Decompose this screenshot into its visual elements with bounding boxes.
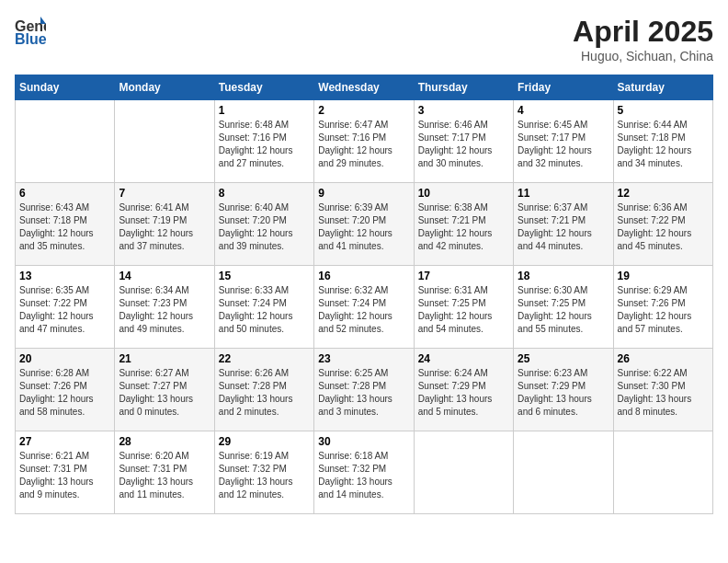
day-number: 9 — [318, 187, 409, 200]
calendar-cell: 18Sunrise: 6:30 AM Sunset: 7:25 PM Dayli… — [514, 266, 613, 349]
calendar-cell: 19Sunrise: 6:29 AM Sunset: 7:26 PM Dayli… — [613, 266, 712, 349]
day-detail: Sunrise: 6:41 AM Sunset: 7:19 PM Dayligh… — [119, 201, 210, 253]
day-detail: Sunrise: 6:46 AM Sunset: 7:17 PM Dayligh… — [418, 119, 509, 170]
day-detail: Sunrise: 6:43 AM Sunset: 7:18 PM Dayligh… — [19, 201, 110, 253]
calendar-cell: 12Sunrise: 6:36 AM Sunset: 7:22 PM Dayli… — [613, 183, 712, 266]
day-detail: Sunrise: 6:21 AM Sunset: 7:31 PM Dayligh… — [19, 450, 110, 501]
calendar-cell: 11Sunrise: 6:37 AM Sunset: 7:21 PM Dayli… — [514, 183, 613, 266]
day-number: 4 — [518, 104, 609, 117]
weekday-header-cell: Wednesday — [314, 75, 414, 100]
day-number: 13 — [19, 270, 110, 282]
calendar-cell: 13Sunrise: 6:35 AM Sunset: 7:22 PM Dayli… — [16, 266, 115, 349]
calendar-cell: 7Sunrise: 6:41 AM Sunset: 7:19 PM Daylig… — [115, 183, 214, 266]
weekday-header-row: SundayMondayTuesdayWednesdayThursdayFrid… — [16, 75, 713, 100]
calendar-location: Huguo, Sichuan, China — [573, 49, 713, 63]
day-number: 10 — [418, 187, 509, 200]
day-number: 23 — [318, 352, 409, 365]
day-number: 6 — [19, 187, 110, 200]
day-detail: Sunrise: 6:47 AM Sunset: 7:16 PM Dayligh… — [318, 119, 409, 170]
weekday-header-cell: Saturday — [613, 75, 712, 100]
calendar-cell: 22Sunrise: 6:26 AM Sunset: 7:28 PM Dayli… — [214, 349, 313, 431]
day-number: 11 — [518, 187, 609, 200]
day-detail: Sunrise: 6:22 AM Sunset: 7:30 PM Dayligh… — [618, 367, 709, 419]
day-number: 20 — [19, 352, 110, 365]
calendar-cell: 16Sunrise: 6:32 AM Sunset: 7:24 PM Dayli… — [314, 266, 414, 349]
day-number: 17 — [418, 270, 509, 282]
calendar-cell: 21Sunrise: 6:27 AM Sunset: 7:27 PM Dayli… — [115, 349, 214, 431]
day-detail: Sunrise: 6:23 AM Sunset: 7:29 PM Dayligh… — [518, 367, 609, 419]
day-number: 27 — [19, 435, 110, 448]
day-number: 16 — [318, 270, 409, 282]
calendar-cell: 28Sunrise: 6:20 AM Sunset: 7:31 PM Dayli… — [115, 431, 214, 514]
calendar-cell: 9Sunrise: 6:39 AM Sunset: 7:20 PM Daylig… — [314, 183, 414, 266]
calendar-cell: 17Sunrise: 6:31 AM Sunset: 7:25 PM Dayli… — [414, 266, 513, 349]
day-number: 29 — [219, 435, 310, 448]
title-area: April 2025 Huguo, Sichuan, China — [573, 15, 713, 63]
calendar-cell: 4Sunrise: 6:45 AM Sunset: 7:17 PM Daylig… — [514, 100, 613, 183]
calendar-title: April 2025 — [573, 15, 713, 49]
calendar-body: 1Sunrise: 6:48 AM Sunset: 7:16 PM Daylig… — [16, 100, 713, 514]
day-number: 5 — [618, 104, 709, 117]
day-detail: Sunrise: 6:44 AM Sunset: 7:18 PM Dayligh… — [618, 119, 709, 170]
calendar-week-row: 13Sunrise: 6:35 AM Sunset: 7:22 PM Dayli… — [16, 266, 713, 349]
day-number: 2 — [318, 104, 409, 117]
day-detail: Sunrise: 6:31 AM Sunset: 7:25 PM Dayligh… — [418, 284, 509, 336]
calendar-week-row: 20Sunrise: 6:28 AM Sunset: 7:26 PM Dayli… — [16, 349, 713, 431]
calendar-week-row: 1Sunrise: 6:48 AM Sunset: 7:16 PM Daylig… — [16, 100, 713, 183]
calendar-cell: 15Sunrise: 6:33 AM Sunset: 7:24 PM Dayli… — [214, 266, 313, 349]
calendar-cell: 10Sunrise: 6:38 AM Sunset: 7:21 PM Dayli… — [414, 183, 513, 266]
day-number: 19 — [618, 270, 709, 282]
weekday-header-cell: Sunday — [16, 75, 115, 100]
page-header: General Blue April 2025 Huguo, Sichuan, … — [15, 15, 713, 63]
calendar-cell: 27Sunrise: 6:21 AM Sunset: 7:31 PM Dayli… — [16, 431, 115, 514]
calendar-week-row: 27Sunrise: 6:21 AM Sunset: 7:31 PM Dayli… — [16, 431, 713, 514]
calendar-cell: 6Sunrise: 6:43 AM Sunset: 7:18 PM Daylig… — [16, 183, 115, 266]
day-detail: Sunrise: 6:34 AM Sunset: 7:23 PM Dayligh… — [119, 284, 210, 336]
svg-text:Blue: Blue — [15, 31, 46, 46]
day-number: 21 — [119, 352, 210, 365]
weekday-header-cell: Thursday — [414, 75, 513, 100]
day-detail: Sunrise: 6:30 AM Sunset: 7:25 PM Dayligh… — [518, 284, 609, 336]
day-number: 7 — [119, 187, 210, 200]
calendar-table: SundayMondayTuesdayWednesdayThursdayFrid… — [15, 75, 713, 514]
day-number: 24 — [418, 352, 509, 365]
day-number: 14 — [119, 270, 210, 282]
day-detail: Sunrise: 6:25 AM Sunset: 7:28 PM Dayligh… — [318, 367, 409, 419]
day-detail: Sunrise: 6:36 AM Sunset: 7:22 PM Dayligh… — [618, 201, 709, 253]
day-number: 15 — [219, 270, 310, 282]
calendar-cell — [414, 431, 513, 514]
calendar-cell: 20Sunrise: 6:28 AM Sunset: 7:26 PM Dayli… — [16, 349, 115, 431]
logo: General Blue — [15, 15, 46, 46]
day-number: 18 — [518, 270, 609, 282]
calendar-cell: 24Sunrise: 6:24 AM Sunset: 7:29 PM Dayli… — [414, 349, 513, 431]
calendar-cell — [613, 431, 712, 514]
day-detail: Sunrise: 6:45 AM Sunset: 7:17 PM Dayligh… — [518, 119, 609, 170]
day-detail: Sunrise: 6:19 AM Sunset: 7:32 PM Dayligh… — [219, 450, 310, 501]
day-detail: Sunrise: 6:18 AM Sunset: 7:32 PM Dayligh… — [318, 450, 409, 501]
day-number: 28 — [119, 435, 210, 448]
weekday-header-cell: Tuesday — [214, 75, 313, 100]
day-detail: Sunrise: 6:38 AM Sunset: 7:21 PM Dayligh… — [418, 201, 509, 253]
day-detail: Sunrise: 6:48 AM Sunset: 7:16 PM Dayligh… — [219, 119, 310, 170]
calendar-cell: 26Sunrise: 6:22 AM Sunset: 7:30 PM Dayli… — [613, 349, 712, 431]
day-detail: Sunrise: 6:28 AM Sunset: 7:26 PM Dayligh… — [19, 367, 110, 419]
weekday-header-cell: Monday — [115, 75, 214, 100]
calendar-week-row: 6Sunrise: 6:43 AM Sunset: 7:18 PM Daylig… — [16, 183, 713, 266]
day-number: 8 — [219, 187, 310, 200]
day-number: 25 — [518, 352, 609, 365]
weekday-header-cell: Friday — [514, 75, 613, 100]
calendar-cell: 1Sunrise: 6:48 AM Sunset: 7:16 PM Daylig… — [214, 100, 313, 183]
day-detail: Sunrise: 6:20 AM Sunset: 7:31 PM Dayligh… — [119, 450, 210, 501]
day-number: 3 — [418, 104, 509, 117]
day-detail: Sunrise: 6:40 AM Sunset: 7:20 PM Dayligh… — [219, 201, 310, 253]
day-detail: Sunrise: 6:29 AM Sunset: 7:26 PM Dayligh… — [618, 284, 709, 336]
day-detail: Sunrise: 6:39 AM Sunset: 7:20 PM Dayligh… — [318, 201, 409, 253]
calendar-cell — [16, 100, 115, 183]
calendar-cell: 25Sunrise: 6:23 AM Sunset: 7:29 PM Dayli… — [514, 349, 613, 431]
calendar-cell: 3Sunrise: 6:46 AM Sunset: 7:17 PM Daylig… — [414, 100, 513, 183]
day-detail: Sunrise: 6:37 AM Sunset: 7:21 PM Dayligh… — [518, 201, 609, 253]
calendar-cell: 29Sunrise: 6:19 AM Sunset: 7:32 PM Dayli… — [214, 431, 313, 514]
day-detail: Sunrise: 6:32 AM Sunset: 7:24 PM Dayligh… — [318, 284, 409, 336]
calendar-cell — [514, 431, 613, 514]
day-number: 12 — [618, 187, 709, 200]
